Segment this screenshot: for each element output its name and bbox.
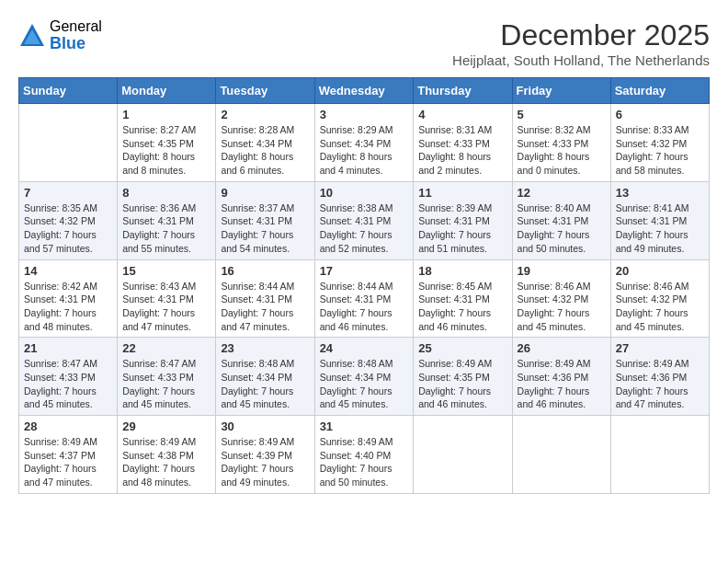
- calendar-day-cell: 16Sunrise: 8:44 AMSunset: 4:31 PMDayligh…: [216, 259, 314, 338]
- calendar-header-tuesday: Tuesday: [216, 78, 314, 104]
- day-info: Sunrise: 8:49 AMSunset: 4:40 PMDaylight:…: [320, 435, 409, 489]
- day-info: Sunrise: 8:44 AMSunset: 4:31 PMDaylight:…: [221, 280, 309, 334]
- day-info: Sunrise: 8:36 AMSunset: 4:31 PMDaylight:…: [122, 201, 210, 256]
- calendar-day-cell: 4Sunrise: 8:31 AMSunset: 4:33 PMDaylight…: [414, 104, 512, 182]
- logo-blue: Blue: [50, 35, 102, 53]
- calendar-header-saturday: Saturday: [610, 78, 709, 104]
- calendar-day-cell: 1Sunrise: 8:27 AMSunset: 4:35 PMDaylight…: [118, 104, 216, 182]
- day-info: Sunrise: 8:49 AMSunset: 4:37 PMDaylight:…: [24, 435, 112, 489]
- day-info: Sunrise: 8:42 AMSunset: 4:31 PMDaylight:…: [24, 280, 112, 334]
- day-info: Sunrise: 8:48 AMSunset: 4:34 PMDaylight:…: [221, 357, 309, 411]
- day-info: Sunrise: 8:40 AMSunset: 4:31 PMDaylight:…: [518, 201, 606, 256]
- logo-icon: [18, 22, 46, 50]
- month-year: December 2025: [452, 18, 710, 52]
- calendar-day-cell: 17Sunrise: 8:44 AMSunset: 4:31 PMDayligh…: [314, 259, 414, 338]
- calendar-week-row: 28Sunrise: 8:49 AMSunset: 4:37 PMDayligh…: [19, 416, 710, 494]
- day-info: Sunrise: 8:38 AMSunset: 4:31 PMDaylight:…: [320, 201, 409, 256]
- calendar-header-row: SundayMondayTuesdayWednesdayThursdayFrid…: [19, 78, 710, 104]
- day-number: 13: [616, 186, 704, 200]
- day-number: 27: [616, 341, 704, 355]
- day-number: 17: [320, 264, 409, 278]
- day-number: 21: [24, 341, 112, 355]
- calendar-day-cell: 10Sunrise: 8:38 AMSunset: 4:31 PMDayligh…: [314, 181, 414, 259]
- day-info: Sunrise: 8:27 AMSunset: 4:35 PMDaylight:…: [122, 123, 210, 178]
- day-info: Sunrise: 8:49 AMSunset: 4:39 PMDaylight:…: [221, 435, 309, 489]
- day-number: 22: [122, 341, 210, 355]
- day-info: Sunrise: 8:33 AMSunset: 4:32 PMDaylight:…: [616, 123, 704, 178]
- day-info: Sunrise: 8:47 AMSunset: 4:33 PMDaylight:…: [24, 357, 112, 411]
- calendar-day-cell: 7Sunrise: 8:35 AMSunset: 4:32 PMDaylight…: [19, 181, 118, 259]
- day-number: 26: [518, 341, 606, 355]
- day-number: 8: [122, 186, 210, 200]
- day-info: Sunrise: 8:31 AMSunset: 4:33 PMDaylight:…: [418, 123, 506, 178]
- calendar-header-friday: Friday: [512, 78, 610, 104]
- day-info: Sunrise: 8:39 AMSunset: 4:31 PMDaylight:…: [418, 201, 506, 256]
- page-header: General Blue December 2025 Heijplaat, So…: [18, 18, 710, 68]
- day-number: 5: [518, 108, 606, 121]
- calendar-week-row: 7Sunrise: 8:35 AMSunset: 4:32 PMDaylight…: [19, 181, 710, 259]
- day-info: Sunrise: 8:49 AMSunset: 4:35 PMDaylight:…: [418, 357, 506, 411]
- calendar-day-cell: 18Sunrise: 8:45 AMSunset: 4:31 PMDayligh…: [414, 259, 512, 338]
- day-number: 10: [320, 186, 409, 200]
- calendar-day-cell: 2Sunrise: 8:28 AMSunset: 4:34 PMDaylight…: [216, 104, 314, 182]
- calendar-header-monday: Monday: [118, 78, 216, 104]
- calendar-day-cell: 20Sunrise: 8:46 AMSunset: 4:32 PMDayligh…: [610, 259, 709, 338]
- day-number: 31: [320, 419, 409, 433]
- calendar-day-cell: 8Sunrise: 8:36 AMSunset: 4:31 PMDaylight…: [118, 181, 216, 259]
- calendar-day-cell: 23Sunrise: 8:48 AMSunset: 4:34 PMDayligh…: [216, 338, 314, 416]
- calendar-day-cell: 14Sunrise: 8:42 AMSunset: 4:31 PMDayligh…: [19, 259, 118, 338]
- calendar-header-thursday: Thursday: [414, 78, 512, 104]
- calendar-week-row: 21Sunrise: 8:47 AMSunset: 4:33 PMDayligh…: [19, 338, 710, 416]
- day-number: 28: [24, 419, 112, 433]
- day-number: 6: [616, 108, 704, 121]
- empty-cell: [19, 104, 118, 182]
- calendar-day-cell: 3Sunrise: 8:29 AMSunset: 4:34 PMDaylight…: [314, 104, 414, 182]
- logo-text: General Blue: [50, 18, 102, 52]
- calendar-day-cell: 6Sunrise: 8:33 AMSunset: 4:32 PMDaylight…: [610, 104, 709, 182]
- empty-cell: [414, 416, 512, 494]
- location: Heijplaat, South Holland, The Netherland…: [452, 52, 710, 68]
- day-number: 12: [518, 186, 606, 200]
- logo: General Blue: [18, 18, 102, 52]
- calendar-day-cell: 30Sunrise: 8:49 AMSunset: 4:39 PMDayligh…: [216, 416, 314, 494]
- day-info: Sunrise: 8:49 AMSunset: 4:38 PMDaylight:…: [122, 435, 210, 489]
- calendar-week-row: 14Sunrise: 8:42 AMSunset: 4:31 PMDayligh…: [19, 259, 710, 338]
- calendar-header-wednesday: Wednesday: [314, 78, 414, 104]
- day-info: Sunrise: 8:49 AMSunset: 4:36 PMDaylight:…: [518, 357, 606, 411]
- calendar-day-cell: 9Sunrise: 8:37 AMSunset: 4:31 PMDaylight…: [216, 181, 314, 259]
- calendar-day-cell: 24Sunrise: 8:48 AMSunset: 4:34 PMDayligh…: [314, 338, 414, 416]
- day-number: 14: [24, 264, 112, 278]
- day-number: 24: [320, 341, 409, 355]
- calendar-day-cell: 22Sunrise: 8:47 AMSunset: 4:33 PMDayligh…: [118, 338, 216, 416]
- day-number: 30: [221, 419, 309, 433]
- calendar-day-cell: 13Sunrise: 8:41 AMSunset: 4:31 PMDayligh…: [610, 181, 709, 259]
- day-number: 20: [616, 264, 704, 278]
- calendar-day-cell: 5Sunrise: 8:32 AMSunset: 4:33 PMDaylight…: [512, 104, 610, 182]
- day-number: 7: [24, 186, 112, 200]
- day-number: 3: [320, 108, 409, 121]
- calendar-day-cell: 12Sunrise: 8:40 AMSunset: 4:31 PMDayligh…: [512, 181, 610, 259]
- calendar-day-cell: 31Sunrise: 8:49 AMSunset: 4:40 PMDayligh…: [314, 416, 414, 494]
- day-info: Sunrise: 8:48 AMSunset: 4:34 PMDaylight:…: [320, 357, 409, 411]
- calendar-day-cell: 29Sunrise: 8:49 AMSunset: 4:38 PMDayligh…: [118, 416, 216, 494]
- calendar-day-cell: 28Sunrise: 8:49 AMSunset: 4:37 PMDayligh…: [19, 416, 118, 494]
- day-number: 23: [221, 341, 309, 355]
- empty-cell: [512, 416, 610, 494]
- title-section: December 2025 Heijplaat, South Holland, …: [452, 18, 710, 68]
- day-info: Sunrise: 8:28 AMSunset: 4:34 PMDaylight:…: [221, 123, 309, 178]
- day-info: Sunrise: 8:41 AMSunset: 4:31 PMDaylight:…: [616, 201, 704, 256]
- logo-general: General: [50, 18, 102, 35]
- calendar-day-cell: 11Sunrise: 8:39 AMSunset: 4:31 PMDayligh…: [414, 181, 512, 259]
- calendar-table: SundayMondayTuesdayWednesdayThursdayFrid…: [18, 77, 710, 494]
- calendar-day-cell: 25Sunrise: 8:49 AMSunset: 4:35 PMDayligh…: [414, 338, 512, 416]
- day-number: 18: [418, 264, 506, 278]
- day-number: 29: [122, 419, 210, 433]
- day-info: Sunrise: 8:47 AMSunset: 4:33 PMDaylight:…: [122, 357, 210, 411]
- day-info: Sunrise: 8:35 AMSunset: 4:32 PMDaylight:…: [24, 201, 112, 256]
- day-info: Sunrise: 8:37 AMSunset: 4:31 PMDaylight:…: [221, 201, 309, 256]
- empty-cell: [610, 416, 709, 494]
- day-info: Sunrise: 8:32 AMSunset: 4:33 PMDaylight:…: [518, 123, 606, 178]
- day-info: Sunrise: 8:44 AMSunset: 4:31 PMDaylight:…: [320, 280, 409, 334]
- calendar-day-cell: 15Sunrise: 8:43 AMSunset: 4:31 PMDayligh…: [118, 259, 216, 338]
- day-number: 9: [221, 186, 309, 200]
